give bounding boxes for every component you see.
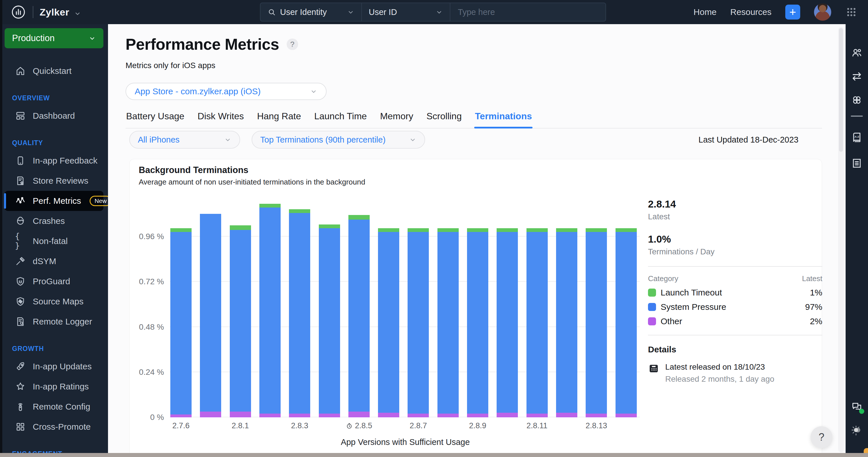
page-header: Performance Metrics ? xyxy=(126,35,298,54)
content-scrollbar[interactable] xyxy=(838,27,844,452)
segment-launch-timeout xyxy=(378,228,399,232)
sidebar-item-store-reviews[interactable]: Store Reviews xyxy=(5,171,103,191)
segment-system-pressure xyxy=(556,232,577,413)
sidebar: Production Quickstart OVERVIEWDashboardQ… xyxy=(0,24,108,457)
bar-2-8-12[interactable] xyxy=(556,228,577,417)
swap-arrows-icon[interactable] xyxy=(850,70,863,83)
app-selector-dropdown[interactable]: App Store - com.zylker.app (iOS) xyxy=(126,83,327,100)
chevron-down-icon xyxy=(310,88,317,95)
bar-2-7-6[interactable] xyxy=(170,228,192,417)
sidebar-item-remote-logger[interactable]: Remote Logger xyxy=(5,312,103,332)
search-field-dropdown[interactable]: User ID xyxy=(362,3,450,21)
bar-2-8-6[interactable] xyxy=(378,228,399,417)
bar-2-8-4[interactable] xyxy=(319,225,340,417)
tab-scrolling[interactable]: Scrolling xyxy=(426,107,462,128)
topbar-left: Zylker xyxy=(10,0,81,24)
sidebar-item-cross-promote[interactable]: Cross-Promote xyxy=(5,417,103,437)
sidebar-item-perf-metrics[interactable]: Perf. MetricsNew xyxy=(5,191,103,211)
bar-2-8-3[interactable] xyxy=(289,209,310,417)
release-ago-text: Released 2 months, 1 day ago xyxy=(665,374,774,384)
screen-left-edge xyxy=(0,0,2,457)
bar-2-8-9[interactable] xyxy=(467,228,488,417)
add-button[interactable]: + xyxy=(785,5,800,20)
sidebar-item-dsym[interactable]: dSYM xyxy=(5,251,103,271)
bar-2-8-13[interactable] xyxy=(586,228,607,417)
sidebar-item-dashboard[interactable]: Dashboard xyxy=(5,106,103,126)
screen-bottom-edge xyxy=(0,453,868,457)
tab-hang-rate[interactable]: Hang Rate xyxy=(256,107,302,128)
legend-headers: Category Latest xyxy=(648,274,822,283)
segment-other xyxy=(348,411,370,417)
search-input[interactable] xyxy=(451,3,606,21)
bar-2-8-0[interactable] xyxy=(200,214,221,417)
sidebar-item-in-app-updates[interactable]: In-app Updates xyxy=(5,356,103,376)
calendar-icon xyxy=(648,363,659,374)
segment-system-pressure xyxy=(467,232,488,413)
title-help-icon[interactable]: ? xyxy=(287,38,298,50)
segment-launch-timeout xyxy=(319,225,340,228)
star-icon xyxy=(15,381,26,392)
segment-other xyxy=(200,411,221,417)
sidebar-item-non-fatal[interactable]: { }Non-fatal xyxy=(5,231,103,251)
nav-resources[interactable]: Resources xyxy=(731,7,772,17)
sidebar-item-crashes[interactable]: Crashes xyxy=(5,211,103,231)
doc-lines-icon[interactable] xyxy=(850,157,863,170)
segment-launch-timeout xyxy=(230,225,251,230)
app-grid-icon[interactable] xyxy=(845,6,858,19)
segment-launch-timeout xyxy=(586,228,607,232)
users-icon[interactable] xyxy=(850,47,863,59)
segment-other xyxy=(526,413,548,417)
metric-tabs: Battery UsageDisk WritesHang RateLaunch … xyxy=(126,107,822,128)
bar-2-8-2[interactable] xyxy=(259,204,281,417)
glossary-book-icon[interactable]: A-Z xyxy=(850,131,863,144)
page-subtitle: Metrics only for iOS apps xyxy=(126,61,215,70)
legend-swatch xyxy=(648,317,656,325)
tab-memory[interactable]: Memory xyxy=(379,107,414,128)
feedback-chat-icon[interactable] xyxy=(850,401,863,413)
tab-launch-time[interactable]: Launch Time xyxy=(314,107,367,128)
legend-row-launch-timeout: Launch Timeout1% xyxy=(648,288,822,297)
sidebar-item-source-maps[interactable]: Source Maps xyxy=(5,291,103,312)
environment-dropdown[interactable]: Production xyxy=(5,28,103,48)
x-axis-tick-label: 2.8.13 xyxy=(573,421,619,430)
avatar[interactable] xyxy=(814,3,831,21)
bar-2-8-8[interactable] xyxy=(437,228,459,417)
sidebar-item-remote-config[interactable]: Remote Config xyxy=(5,397,103,417)
x-axis-tick-text: 2.7.6 xyxy=(172,421,190,430)
sidebar-item-in-app-feedback[interactable]: In-app Feedback xyxy=(5,151,103,171)
metric-filter-dropdown[interactable]: Top Terminations (90th percentile) xyxy=(252,131,425,149)
bar-2-8-5[interactable] xyxy=(348,215,370,417)
project-switcher[interactable]: Zylker xyxy=(40,7,81,18)
bar-2-8-14[interactable] xyxy=(616,228,637,417)
bar-2-8-7[interactable] xyxy=(408,228,429,417)
x-axis-tick-text: 2.8.11 xyxy=(526,421,548,430)
search-scope-dropdown[interactable]: User Identity xyxy=(260,3,361,21)
legend-row-other: Other2% xyxy=(648,316,822,326)
bar-2-8-11[interactable] xyxy=(526,228,548,417)
tab-battery-usage[interactable]: Battery Usage xyxy=(126,107,185,128)
y-axis-tick-label: 0.96 % xyxy=(129,232,164,241)
sidebar-section-title: OVERVIEW xyxy=(0,94,108,102)
device-filter-label: All iPhones xyxy=(138,135,180,145)
sidebar-item-quickstart[interactable]: Quickstart xyxy=(5,61,103,81)
theme-toggle-icon[interactable] xyxy=(850,424,863,437)
bar-2-8-1[interactable] xyxy=(230,225,251,417)
clover-icon[interactable] xyxy=(850,94,863,106)
rail-divider xyxy=(851,116,863,117)
sidebar-item-label: ProGuard xyxy=(33,277,70,286)
scrollbar-thumb[interactable] xyxy=(839,28,843,152)
bar-2-8-10[interactable] xyxy=(497,228,518,417)
segment-launch-timeout xyxy=(497,228,518,232)
help-button[interactable]: ? xyxy=(811,426,832,448)
sidebar-item-in-app-ratings[interactable]: In-app Ratings xyxy=(5,376,103,397)
tab-terminations[interactable]: Terminations xyxy=(474,107,532,128)
apptics-logo-icon[interactable] xyxy=(10,4,26,20)
user-search-bar: User Identity User ID xyxy=(260,3,606,22)
x-axis-tick-label: 2.8.7 xyxy=(395,421,441,430)
nav-home[interactable]: Home xyxy=(694,7,717,17)
device-filter-dropdown[interactable]: All iPhones xyxy=(129,131,240,149)
sidebar-item-proguard[interactable]: ProGuard xyxy=(5,271,103,291)
tab-disk-writes[interactable]: Disk Writes xyxy=(197,107,244,128)
legend-list: Launch Timeout1%System Pressure97%Other2… xyxy=(648,288,822,326)
search-scope-label: User Identity xyxy=(280,7,327,17)
